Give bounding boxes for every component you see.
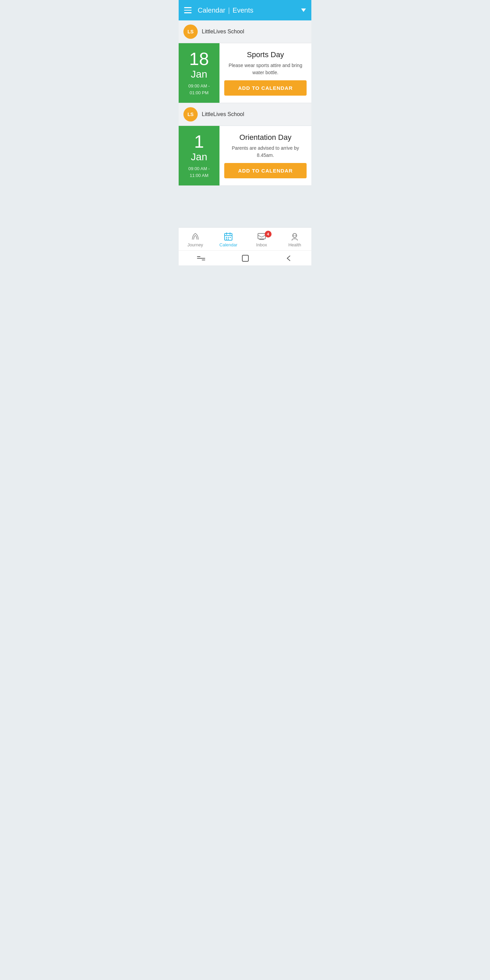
svg-rect-6	[228, 237, 229, 238]
svg-rect-8	[226, 239, 227, 240]
event-date-box-1: 18 Jan 09:00 AM -01:00 PM	[179, 43, 220, 103]
event-description-2: Parents are advised to arrive by 8.45am.	[224, 145, 307, 159]
event-card-2: 1 Jan 09:00 AM -11:00 AM Orientation Day…	[179, 126, 311, 186]
svg-marker-0	[301, 8, 306, 12]
school-row-2: LS LittleLives School	[179, 103, 311, 126]
nav-item-journey[interactable]: Journey	[179, 232, 212, 247]
event-month-1: Jan	[191, 68, 207, 80]
school-name-1: LittleLives School	[202, 29, 244, 35]
system-home-button[interactable]	[242, 255, 249, 262]
event-time-1: 09:00 AM -01:00 PM	[189, 83, 210, 96]
empty-area	[179, 186, 311, 227]
event-month-2: Jan	[191, 151, 207, 163]
school-row-1: LS LittleLives School	[179, 21, 311, 43]
event-card-1: 18 Jan 09:00 AM -01:00 PM Sports Day Ple…	[179, 43, 311, 103]
event-date-box-2: 1 Jan 09:00 AM -11:00 AM	[179, 126, 220, 185]
svg-rect-5	[226, 237, 227, 238]
svg-rect-9	[228, 239, 229, 240]
bottom-nav: Journey Calendar 4	[179, 227, 311, 250]
svg-rect-10	[258, 234, 266, 239]
header-divider: |	[228, 6, 230, 14]
nav-item-health[interactable]: Health	[278, 232, 312, 247]
journey-icon	[191, 232, 200, 241]
system-nav-bar	[179, 250, 311, 266]
menu-button[interactable]	[184, 7, 192, 13]
school-avatar-1: LS	[183, 24, 198, 39]
header-calendar-label: Calendar	[198, 6, 225, 14]
dropdown-button[interactable]	[301, 8, 306, 13]
add-to-calendar-button-1[interactable]: ADD TO CALENDAR	[224, 80, 307, 95]
app-header: Calendar | Events	[179, 0, 311, 21]
health-label: Health	[288, 242, 301, 247]
event-day-2: 1	[194, 133, 204, 150]
system-back-button[interactable]	[286, 255, 293, 261]
svg-point-16	[293, 235, 294, 236]
inbox-badge: 4	[265, 231, 272, 237]
nav-item-calendar[interactable]: Calendar	[212, 232, 245, 247]
system-recent-button[interactable]	[197, 255, 205, 261]
header-events-label: Events	[232, 6, 253, 14]
event-title-1: Sports Day	[224, 50, 307, 59]
svg-rect-7	[230, 237, 231, 238]
header-title: Calendar | Events	[198, 6, 301, 14]
school-avatar-2: LS	[183, 107, 198, 121]
school-name-2: LittleLives School	[202, 111, 244, 118]
calendar-icon	[224, 232, 233, 241]
event-title-2: Orientation Day	[224, 133, 307, 142]
inbox-label: Inbox	[256, 242, 267, 247]
health-icon	[290, 232, 299, 241]
nav-item-inbox[interactable]: 4 Inbox	[245, 232, 278, 247]
event-content-2: Orientation Day Parents are advised to a…	[220, 126, 311, 185]
add-to-calendar-button-2[interactable]: ADD TO CALENDAR	[224, 163, 307, 178]
journey-label: Journey	[188, 242, 203, 247]
event-time-2: 09:00 AM -11:00 AM	[189, 165, 210, 179]
calendar-label: Calendar	[220, 242, 237, 247]
event-description-1: Please wear sports attire and bring wate…	[224, 62, 307, 76]
svg-line-11	[258, 235, 262, 237]
svg-point-17	[295, 235, 296, 236]
event-content-1: Sports Day Please wear sports attire and…	[220, 43, 311, 103]
svg-rect-21	[242, 255, 248, 261]
event-day-1: 18	[189, 50, 209, 68]
